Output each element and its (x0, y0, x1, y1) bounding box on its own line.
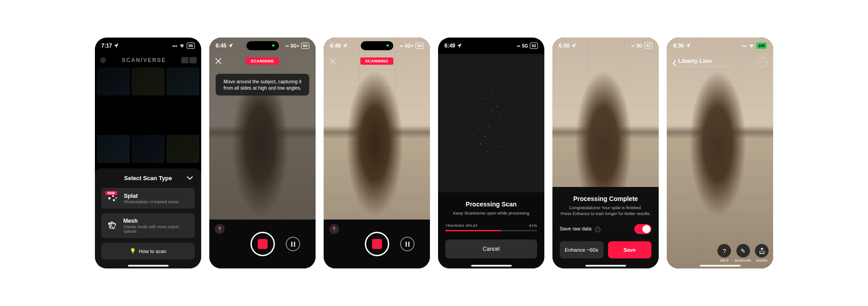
svg-point-2 (108, 197, 111, 200)
help-button[interactable]: ? HELP (717, 244, 731, 262)
how-to-label: How to scan (139, 249, 166, 254)
close-icon[interactable] (215, 57, 226, 65)
option-subtitle: Photorealistic AI-trained scene (124, 200, 179, 204)
scanning-badge: SCANNING (246, 57, 278, 65)
library-thumb[interactable] (132, 135, 165, 163)
signal-icon: ▪▪▪ (742, 43, 747, 48)
raw-data-label: Save raw data i (560, 226, 600, 232)
record-button[interactable] (365, 232, 389, 256)
model-viewer[interactable] (667, 38, 773, 268)
sheet-title: Select Scan Type (124, 175, 172, 182)
complete-panel: Processing Complete Congratulations! You… (552, 187, 659, 268)
library-thumb[interactable] (97, 67, 130, 96)
scan-type-sheet: Select Scan Type NEW Splat Photorealisti… (95, 168, 201, 268)
progress-bar (445, 230, 537, 231)
help-label: HELP (720, 259, 729, 262)
signal-icon: ▪▪▪ (172, 43, 177, 48)
screen-viewer: 8:36 ▪▪▪ 100 Liberty Lion SUN, MAR 17, 2… (667, 38, 773, 268)
location-arrow-icon (228, 43, 233, 48)
measure-label: MEASURE (735, 259, 751, 262)
close-icon[interactable] (329, 57, 340, 65)
library-thumb[interactable] (132, 67, 165, 96)
share-button[interactable]: SHARE (755, 244, 769, 262)
how-to-scan-button[interactable]: 💡 How to scan (101, 243, 195, 259)
status-bar: 6:49 ▪▪ 5G 92 (438, 38, 544, 54)
measure-button[interactable]: ✎ MEASURE (735, 244, 751, 262)
complete-subtitle: Congratulations! Your splat is finished.… (560, 205, 651, 217)
signal-icon: ▪▪ (632, 43, 635, 48)
gear-icon[interactable] (99, 57, 107, 64)
home-indicator (585, 265, 626, 267)
share-label: SHARE (756, 259, 768, 262)
option-mesh[interactable]: Mesh Classic mode with more export optio… (101, 213, 195, 238)
capture-controls: 📍 (324, 220, 430, 268)
battery-indicator: 94 (415, 43, 424, 49)
screen-scanning-tip: 6:45 ▪▪ 5G+ 94 SCANNING Move around the … (209, 38, 316, 268)
pause-button[interactable] (400, 237, 415, 251)
location-arrow-icon (686, 43, 690, 48)
raw-data-toggle[interactable] (634, 224, 651, 234)
battery-indicator: 100 (756, 43, 767, 49)
svg-point-5 (116, 197, 117, 199)
share-icon (759, 248, 765, 254)
enhance-button[interactable]: Enhance ~60s (560, 241, 604, 258)
lightbulb-icon: 💡 (130, 248, 136, 254)
back-button[interactable]: Liberty Lion SUN, MAR 17, 2024 6:46 PM (672, 57, 726, 69)
option-splat[interactable]: NEW Splat Photorealistic AI-trained scen… (101, 188, 195, 209)
complete-sub-line1: Congratulations! Your splat is finished. (569, 205, 642, 210)
status-time: 8:36 (673, 43, 684, 49)
status-bar: 8:36 ▪▪▪ 100 (667, 38, 773, 54)
status-bar: 6:50 ▪▪ 5G 91 (552, 38, 659, 54)
view-toggle[interactable] (181, 57, 197, 63)
progress-label: TRAINING SPLAT (445, 224, 478, 228)
status-time: 6:50 (559, 43, 570, 49)
dynamic-island (246, 41, 279, 50)
library-thumb[interactable] (166, 135, 199, 163)
info-icon[interactable]: i (595, 227, 600, 232)
screen-processing: 6:49 ▪▪ 5G 92 Processing Scan Keep Scani… (438, 38, 544, 268)
model-title: Liberty Lion (678, 57, 726, 64)
viewer-toolbar: ? HELP ✎ MEASURE SHARE (717, 244, 769, 262)
location-pin-icon[interactable]: 📍 (329, 224, 339, 234)
chevron-left-icon (672, 60, 676, 67)
status-time: 6:49 (444, 43, 455, 49)
battery-indicator: 91 (644, 43, 652, 49)
more-button[interactable]: ⋯ (758, 57, 768, 67)
home-indicator (471, 265, 512, 267)
option-title: Splat (124, 193, 179, 199)
library-header: SCANIVERSE (95, 54, 201, 67)
processing-title: Processing Scan (445, 201, 537, 208)
option-subtitle: Classic mode with more export options (123, 225, 189, 234)
complete-title: Processing Complete (560, 195, 651, 202)
processing-subtitle: Keep Scaniverse open while processing (445, 210, 537, 216)
signal-icon: ▪▪ (286, 43, 289, 48)
dynamic-island (361, 41, 393, 50)
scanning-tip: Move around the subject, capturing it fr… (216, 74, 309, 96)
scanning-badge: SCANNING (360, 57, 393, 65)
mesh-icon (107, 220, 118, 232)
pencil-icon: ✎ (741, 248, 745, 254)
save-button[interactable]: Save (608, 241, 652, 258)
record-button[interactable] (250, 232, 275, 256)
wifi-icon (749, 43, 755, 48)
pause-button[interactable] (286, 237, 300, 251)
battery-indicator: 85 (187, 43, 195, 49)
chevron-down-icon[interactable] (187, 176, 193, 180)
status-time: 6:46 (330, 43, 341, 49)
location-arrow-icon (114, 43, 118, 48)
library-thumb[interactable] (166, 67, 199, 96)
new-badge: NEW (105, 191, 117, 195)
app-title: SCANIVERSE (107, 57, 181, 63)
status-time: 7:17 (101, 43, 112, 49)
cancel-button[interactable]: Cancel (445, 239, 537, 258)
library-thumb[interactable] (97, 135, 130, 163)
complete-sub-line2: Press Enhance to train longer for better… (561, 211, 651, 216)
battery-indicator: 94 (301, 43, 309, 49)
progress-percent: 61% (529, 224, 537, 228)
location-pin-icon[interactable]: 📍 (215, 224, 225, 234)
signal-icon: ▪▪ (400, 43, 403, 48)
network-label: 5G+ (405, 43, 414, 48)
screenshot-row: 7:17 ▪▪▪ 85 SCANIVERSE (95, 38, 773, 268)
location-arrow-icon (343, 43, 347, 48)
location-arrow-icon (571, 43, 576, 48)
